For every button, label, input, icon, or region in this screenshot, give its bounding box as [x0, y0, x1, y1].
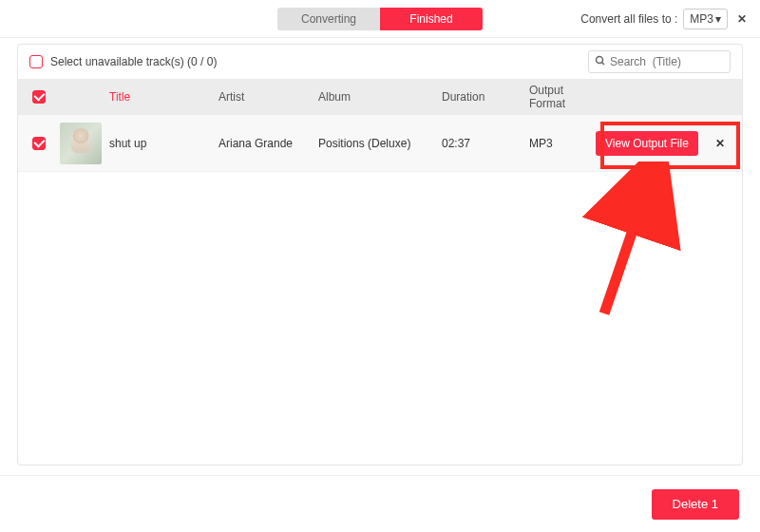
tabs: Converting Finished — [277, 8, 483, 30]
remove-row-icon[interactable]: ✕ — [708, 137, 732, 150]
table-header: Title Artist Album Duration Output Forma… — [18, 79, 742, 115]
view-output-file-button[interactable]: View Output File — [596, 131, 698, 156]
delete-button[interactable]: Delete 1 — [652, 489, 739, 520]
topbar-right: Convert all files to : MP3 ▾ ✕ — [580, 0, 750, 38]
format-select[interactable]: MP3 ▾ — [683, 9, 728, 29]
header-title[interactable]: Title — [109, 90, 218, 104]
convert-all-label: Convert all files to : — [580, 12, 677, 26]
select-unavailable-checkbox[interactable] — [29, 55, 43, 68]
topbar: Converting Finished Convert all files to… — [0, 0, 760, 38]
footer: Delete 1 — [0, 475, 760, 532]
header-duration[interactable]: Duration — [442, 90, 529, 104]
tab-finished[interactable]: Finished — [380, 8, 483, 30]
close-icon[interactable]: ✕ — [733, 12, 750, 26]
row-format: MP3 — [529, 137, 596, 150]
filter-left: Select unavailable track(s) (0 / 0) — [29, 55, 217, 68]
select-unavailable-label: Select unavailable track(s) (0 / 0) — [50, 55, 217, 68]
row-title: shut up — [109, 137, 218, 150]
search-icon — [595, 55, 606, 69]
main-panel: Select unavailable track(s) (0 / 0) Titl… — [17, 44, 743, 466]
search-box[interactable] — [588, 50, 731, 73]
table-row: shut up Ariana Grande Positions (Deluxe)… — [18, 115, 742, 172]
filter-row: Select unavailable track(s) (0 / 0) — [18, 45, 742, 79]
row-artist: Ariana Grande — [218, 137, 318, 150]
search-input[interactable] — [610, 55, 705, 68]
row-duration: 02:37 — [442, 137, 529, 150]
row-album: Positions (Deluxe) — [318, 137, 442, 150]
svg-point-0 — [597, 56, 603, 63]
format-selected-value: MP3 — [690, 12, 713, 26]
header-artist[interactable]: Artist — [218, 90, 318, 104]
svg-line-1 — [602, 62, 605, 65]
header-album[interactable]: Album — [318, 90, 442, 104]
caret-down-icon: ▾ — [715, 12, 721, 26]
header-output-format[interactable]: Output Format — [529, 84, 596, 110]
tab-converting[interactable]: Converting — [277, 8, 380, 30]
row-checkbox[interactable] — [32, 137, 46, 150]
album-art — [60, 123, 102, 164]
select-all-checkbox[interactable] — [32, 90, 46, 104]
